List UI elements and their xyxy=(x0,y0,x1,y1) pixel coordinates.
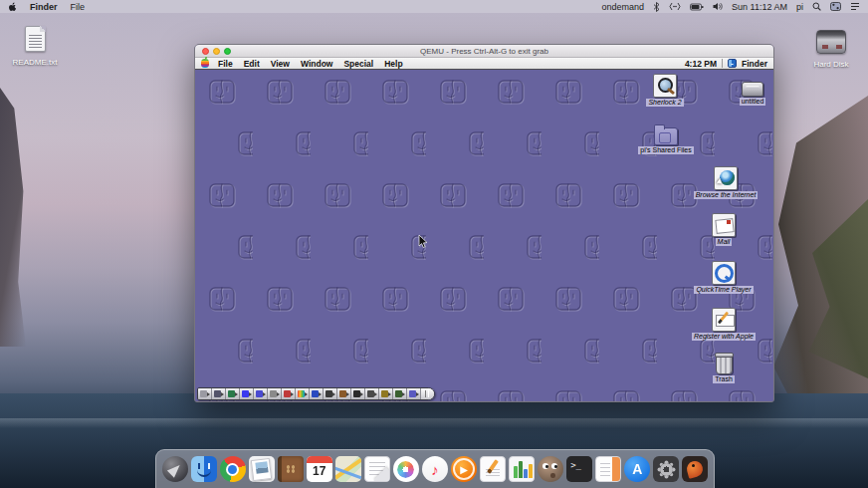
host-user[interactable]: pi xyxy=(796,2,803,12)
pages-icon xyxy=(480,456,506,482)
cursor-pointer xyxy=(418,234,428,249)
control-strip[interactable] xyxy=(197,387,435,400)
dock-item-launchpad[interactable] xyxy=(161,454,188,484)
numbers-icon xyxy=(509,456,535,482)
control-strip-module-remote-access[interactable] xyxy=(337,388,351,399)
contacts-icon xyxy=(278,456,304,482)
dock-item-photos[interactable] xyxy=(392,454,419,484)
classic-icon-quicktime-player[interactable]: QuickTime Player xyxy=(688,261,760,294)
classic-menu-view[interactable]: View xyxy=(271,59,290,69)
classic-icon-label: untitled xyxy=(740,98,766,106)
dock-item-gimp[interactable] xyxy=(538,454,564,484)
control-strip-module-color-depth[interactable] xyxy=(296,388,310,399)
dock-item-numbers[interactable] xyxy=(509,454,536,484)
host-clock[interactable]: Sun 11:12 AM xyxy=(732,2,787,12)
desktop-icon-hard-disk[interactable]: Hard Disk xyxy=(801,30,861,69)
calendar-header xyxy=(307,456,332,463)
classic-icon-shared-files[interactable]: pi's Shared Files xyxy=(630,123,702,154)
battery-icon[interactable] xyxy=(690,3,704,11)
qemu-window[interactable]: QEMU - Press Ctrl-Alt-G to exit grab Fil… xyxy=(194,44,774,402)
wallpaper-left-cliff xyxy=(0,88,26,347)
classic-desktop[interactable]: Sherlock 2untitledpi's Shared FilesBrows… xyxy=(195,70,773,402)
control-strip-module-appletalk[interactable] xyxy=(212,388,226,399)
sherlock-icon xyxy=(653,74,677,98)
dock-item-app-store[interactable]: A xyxy=(624,454,651,484)
dock-item-textedit[interactable] xyxy=(363,454,390,484)
classic-icon-browse-internet[interactable]: Browse the Internet xyxy=(690,166,761,199)
mail-icon xyxy=(712,213,736,237)
dock-item-chrome[interactable] xyxy=(219,454,246,484)
classic-menu-window[interactable]: Window xyxy=(301,59,333,69)
host-menubar: Finder File ondemand Sun 11:12 AM pi xyxy=(0,0,868,13)
wallpaper-foam xyxy=(0,418,868,428)
classic-menu-file[interactable]: File xyxy=(218,59,233,69)
classic-menu-special[interactable]: Special xyxy=(343,59,373,69)
host-menu-file[interactable]: File xyxy=(71,2,86,12)
classic-icon-trash[interactable]: Trash xyxy=(688,353,760,383)
classic-menu-help[interactable]: Help xyxy=(384,59,402,69)
trash-icon xyxy=(716,355,733,374)
dock-item-music[interactable]: ♪ xyxy=(421,454,448,484)
dock-item-contacts[interactable] xyxy=(277,454,304,484)
gimp-icon xyxy=(538,456,563,482)
notification-list-icon[interactable] xyxy=(850,2,860,11)
maps-icon xyxy=(335,456,361,482)
control-strip-module-media-keys[interactable] xyxy=(407,388,421,399)
active-app-name[interactable]: Finder xyxy=(742,59,767,69)
classic-apple-menu-icon[interactable] xyxy=(201,59,209,68)
dock-item-qemu[interactable] xyxy=(682,454,709,484)
control-strip-module-file-sharing[interactable] xyxy=(268,388,282,399)
control-strip-module-web-sharing[interactable] xyxy=(282,388,296,399)
control-strip-module-sound-source[interactable] xyxy=(365,388,379,399)
qemu-titlebar[interactable]: QEMU - Press Ctrl-Alt-G to exit grab xyxy=(195,45,773,58)
host-screen: Finder File ondemand Sun 11:12 AM pi xyxy=(0,0,868,488)
control-strip-module-monitor-depth[interactable] xyxy=(240,388,254,399)
dock-item-system-preferences[interactable] xyxy=(653,454,680,484)
chart-bar xyxy=(514,466,518,478)
bluetooth-icon[interactable] xyxy=(653,2,660,12)
classic-icon-register-apple[interactable]: Register with Apple xyxy=(688,308,760,341)
classic-icon-sherlock[interactable]: Sherlock 2 xyxy=(629,74,701,107)
keyboard-switch-icon[interactable] xyxy=(669,2,681,11)
calendar-icon: 17 xyxy=(307,456,332,482)
search-icon[interactable] xyxy=(812,2,821,11)
desktop-icon-readme[interactable]: README.txt xyxy=(5,26,65,67)
dock-item-quicktime[interactable]: ▶ xyxy=(451,454,478,484)
launchpad-icon xyxy=(162,456,188,482)
browse-internet-icon xyxy=(714,166,738,190)
control-strip-module-energy-saver[interactable] xyxy=(226,388,240,399)
control-strip-tab[interactable] xyxy=(421,388,434,399)
photos-icon xyxy=(393,456,419,482)
finder-app-icon xyxy=(728,59,737,68)
classic-icon-mail[interactable]: Mail xyxy=(688,213,760,246)
control-strip-module-display[interactable] xyxy=(310,388,324,399)
classic-menu-edit[interactable]: Edit xyxy=(244,59,260,69)
dock-item-preview[interactable] xyxy=(248,454,275,484)
dock-item-notes[interactable] xyxy=(595,454,622,484)
app-store-icon: A xyxy=(624,456,650,482)
volume-icon[interactable] xyxy=(713,2,723,11)
control-strip-module-sound-volume[interactable] xyxy=(351,388,365,399)
control-strip-module-keychain[interactable] xyxy=(379,388,393,399)
classic-icon-label: pi's Shared Files xyxy=(638,146,694,154)
dock-item-calendar[interactable]: 17 xyxy=(306,454,332,484)
text-file-icon xyxy=(25,26,46,52)
terminal-prompt-glyph: >_ xyxy=(570,460,581,470)
dock-item-pages[interactable] xyxy=(480,454,507,484)
classic-icon-untitled[interactable]: untitled xyxy=(717,77,774,106)
dock-item-finder[interactable] xyxy=(190,454,217,484)
control-strip-module-location-manager[interactable] xyxy=(393,388,407,399)
music-icon: ♪ xyxy=(422,456,448,482)
classic-clock[interactable]: 4:12 PM xyxy=(685,59,717,69)
control-strip-module-printer[interactable] xyxy=(324,388,337,399)
system-preferences-icon xyxy=(653,456,679,482)
desktop-icon-label: README.txt xyxy=(5,58,65,67)
host-menu-finder[interactable]: Finder xyxy=(30,2,58,12)
dock-item-maps[interactable] xyxy=(334,454,361,484)
control-strip-module-monitor-resolution[interactable] xyxy=(254,388,268,399)
apple-menu-icon[interactable] xyxy=(8,2,17,12)
dock-item-terminal[interactable]: >_ xyxy=(566,454,593,484)
control-strip-module-strip-handle[interactable] xyxy=(198,388,212,399)
menubar-divider xyxy=(722,59,723,68)
control-center-icon[interactable] xyxy=(830,2,841,11)
